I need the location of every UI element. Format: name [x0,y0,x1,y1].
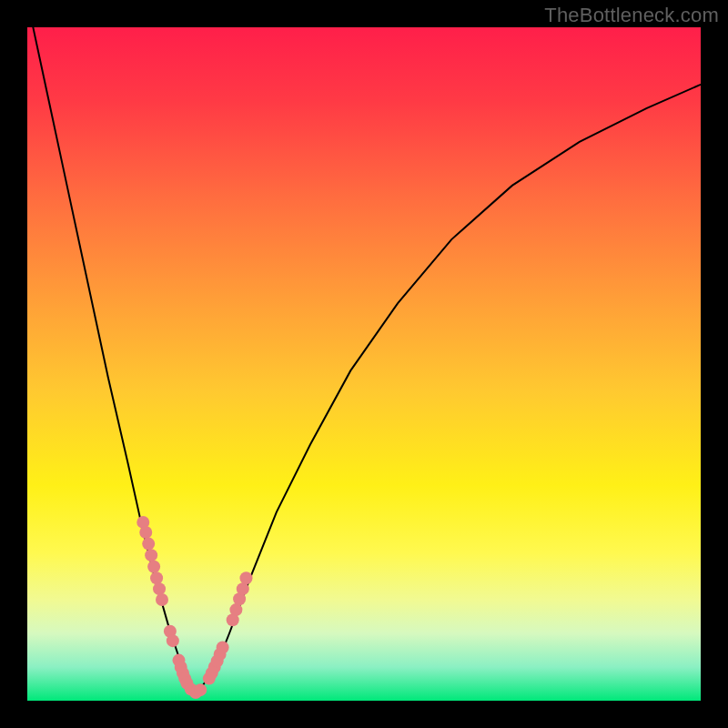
data-bead [237,582,249,595]
data-bead [217,642,229,654]
data-bead [147,561,160,573]
data-bead [156,593,168,606]
chart-stage: TheBottleneck.com [0,0,728,728]
data-bead [240,571,253,584]
data-bead [139,526,152,539]
data-bead [150,571,163,584]
data-bead [194,683,207,696]
chart-overlay [27,27,701,701]
data-bead [167,634,179,647]
data-beads [136,516,252,699]
data-bead [229,603,242,616]
data-bead [142,538,155,551]
data-bead [145,549,157,561]
curve-path [27,0,701,693]
bottleneck-curve [27,0,701,693]
data-bead [153,582,166,595]
watermark-text: TheBottleneck.com [544,4,719,27]
